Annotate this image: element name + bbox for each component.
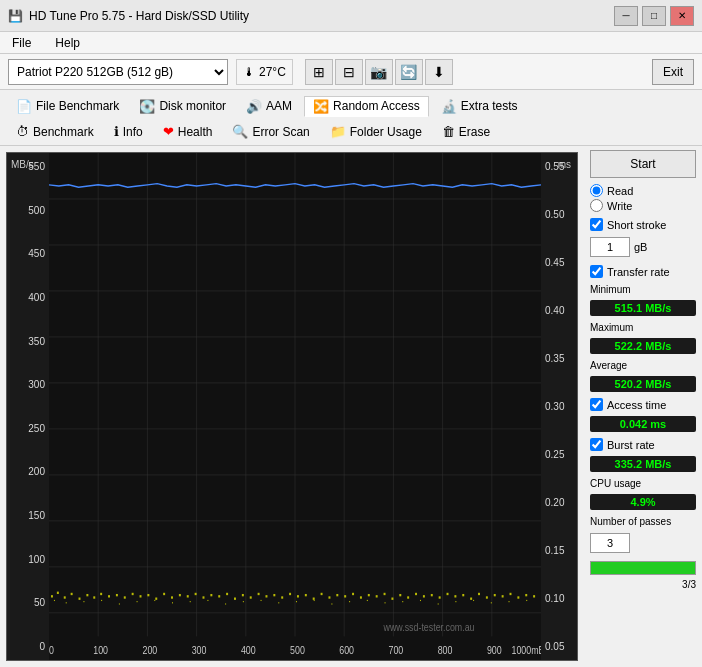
- tab-info[interactable]: ℹ Info: [106, 122, 151, 141]
- svg-rect-90: [154, 600, 155, 601]
- short-stroke-checkbox[interactable]: [590, 218, 603, 231]
- svg-rect-70: [439, 596, 441, 598]
- toolbar-btn-4[interactable]: 🔄: [395, 59, 423, 85]
- svg-rect-106: [438, 603, 439, 604]
- tab-disk-monitor-label: Disk monitor: [159, 99, 226, 113]
- tab-file-benchmark-label: File Benchmark: [36, 99, 119, 113]
- svg-rect-107: [455, 601, 456, 602]
- svg-rect-62: [376, 595, 378, 597]
- exit-button[interactable]: Exit: [652, 59, 694, 85]
- close-button[interactable]: ✕: [670, 6, 694, 26]
- tab-random-access[interactable]: 🔀 Random Access: [304, 96, 429, 117]
- access-time-row: Access time: [590, 398, 696, 411]
- svg-rect-21: [57, 592, 59, 594]
- svg-rect-56: [328, 596, 330, 598]
- svg-rect-45: [242, 594, 244, 596]
- tab-benchmark-label: Benchmark: [33, 125, 94, 139]
- app-icon: 💾: [8, 9, 23, 23]
- tab-extra-tests-label: Extra tests: [461, 99, 518, 113]
- svg-rect-60: [360, 596, 362, 598]
- short-stroke-unit: gB: [634, 241, 647, 253]
- title-bar: 💾 HD Tune Pro 5.75 - Hard Disk/SSD Utili…: [0, 0, 702, 32]
- svg-rect-74: [470, 598, 472, 600]
- health-icon: ❤: [163, 124, 174, 139]
- tab-disk-monitor[interactable]: 💽 Disk monitor: [131, 97, 234, 116]
- toolbar-btn-5[interactable]: ⬇: [425, 59, 453, 85]
- chart-area: MB/s ms 550 500 450 400 350 300 250 200 …: [6, 152, 578, 661]
- svg-rect-53: [305, 594, 307, 596]
- tab-erase[interactable]: 🗑 Erase: [434, 122, 498, 141]
- start-button[interactable]: Start: [590, 150, 696, 178]
- svg-rect-110: [509, 601, 510, 602]
- tab-file-benchmark[interactable]: 📄 File Benchmark: [8, 97, 127, 116]
- aam-icon: 🔊: [246, 99, 262, 114]
- maximum-label: Maximum: [590, 322, 696, 333]
- svg-text:300: 300: [192, 644, 207, 656]
- temp-icon: 🌡: [243, 65, 255, 79]
- svg-rect-89: [137, 601, 138, 602]
- toolbar: Patriot P220 512GB (512 gB) 🌡 27°C ⊞ ⊟ 📷…: [0, 54, 702, 90]
- tab-error-scan[interactable]: 🔍 Error Scan: [224, 122, 317, 141]
- tab-extra-tests[interactable]: 🔬 Extra tests: [433, 97, 526, 116]
- svg-rect-76: [486, 596, 488, 598]
- svg-text:200: 200: [142, 644, 157, 656]
- svg-rect-111: [526, 600, 527, 601]
- svg-rect-42: [218, 595, 220, 597]
- svg-rect-29: [116, 594, 118, 596]
- access-time-label: Access time: [607, 399, 666, 411]
- svg-rect-96: [261, 600, 262, 601]
- read-write-group: Read Write: [590, 184, 696, 212]
- svg-rect-40: [203, 596, 205, 598]
- toolbar-btn-2[interactable]: ⊟: [335, 59, 363, 85]
- burst-rate-value: 335.2 MB/s: [590, 456, 696, 472]
- svg-rect-97: [278, 602, 279, 603]
- burst-rate-checkbox[interactable]: [590, 438, 603, 451]
- svg-rect-101: [349, 601, 350, 602]
- svg-text:0: 0: [49, 644, 54, 656]
- y-axis-right: 0.55 0.50 0.45 0.40 0.35 0.30 0.25 0.20 …: [541, 153, 577, 660]
- minimum-label: Minimum: [590, 284, 696, 295]
- minimize-button[interactable]: ─: [614, 6, 638, 26]
- svg-rect-66: [407, 596, 409, 598]
- extra-tests-icon: 🔬: [441, 99, 457, 114]
- read-radio[interactable]: [590, 184, 603, 197]
- toolbar-btn-1[interactable]: ⊞: [305, 59, 333, 85]
- svg-rect-57: [336, 594, 338, 596]
- temp-display: 🌡 27°C: [236, 59, 293, 85]
- menu-file[interactable]: File: [8, 35, 35, 51]
- tab-error-scan-label: Error Scan: [252, 125, 309, 139]
- average-value: 520.2 MB/s: [590, 376, 696, 392]
- svg-rect-80: [517, 596, 519, 598]
- drive-select[interactable]: Patriot P220 512GB (512 gB): [8, 59, 228, 85]
- cpu-usage-label: CPU usage: [590, 478, 696, 489]
- svg-rect-77: [494, 594, 496, 596]
- svg-text:400: 400: [241, 644, 256, 656]
- short-stroke-input[interactable]: [590, 237, 630, 257]
- svg-rect-69: [431, 594, 433, 596]
- passes-input[interactable]: [590, 533, 630, 553]
- access-time-checkbox[interactable]: [590, 398, 603, 411]
- svg-text:www.ssd-tester.com.au: www.ssd-tester.com.au: [383, 621, 475, 633]
- svg-rect-24: [79, 598, 81, 600]
- svg-rect-67: [415, 593, 417, 595]
- error-scan-icon: 🔍: [232, 124, 248, 139]
- write-radio[interactable]: [590, 199, 603, 212]
- tab-aam[interactable]: 🔊 AAM: [238, 97, 300, 116]
- svg-rect-78: [502, 595, 504, 597]
- toolbar-btn-3[interactable]: 📷: [365, 59, 393, 85]
- svg-rect-108: [473, 600, 474, 601]
- average-label: Average: [590, 360, 696, 371]
- svg-rect-28: [108, 595, 110, 597]
- tab-aam-label: AAM: [266, 99, 292, 113]
- svg-rect-51: [289, 593, 291, 595]
- tab-bar: 📄 File Benchmark 💽 Disk monitor 🔊 AAM 🔀 …: [0, 90, 702, 146]
- menu-help[interactable]: Help: [51, 35, 84, 51]
- tab-health[interactable]: ❤ Health: [155, 122, 221, 141]
- svg-text:500: 500: [290, 644, 305, 656]
- maximize-button[interactable]: □: [642, 6, 666, 26]
- tab-folder-usage[interactable]: 📁 Folder Usage: [322, 122, 430, 141]
- tab-benchmark[interactable]: ⏱ Benchmark: [8, 122, 102, 141]
- transfer-rate-checkbox[interactable]: [590, 265, 603, 278]
- svg-text:100: 100: [93, 644, 108, 656]
- burst-rate-label: Burst rate: [607, 439, 655, 451]
